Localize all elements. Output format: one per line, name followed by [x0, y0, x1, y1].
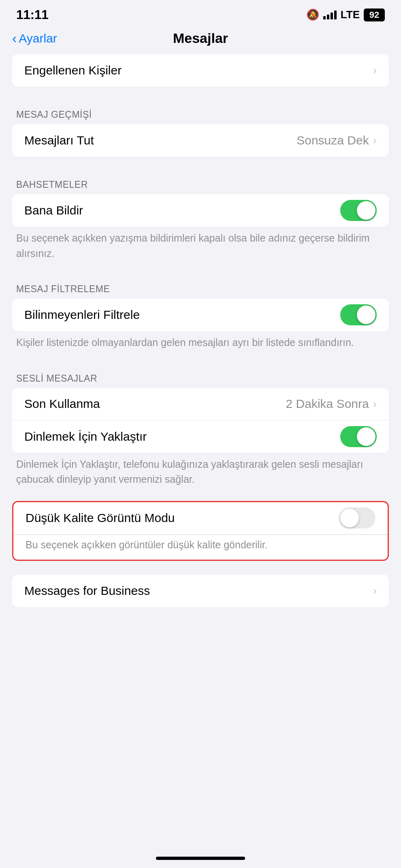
blocked-contacts-label: Engellenen Kişiler [24, 64, 122, 77]
mentions-card: Bana Bildir [12, 194, 389, 227]
voice-messages-section: SESLİ MESAJLAR Son Kullanma 2 Dakika Son… [0, 364, 401, 494]
notify-me-toggle-knob [357, 201, 375, 220]
expiration-label: Son Kullanma [24, 397, 100, 411]
message-filter-section: MESAJ FİLTRELEME Bilinmeyenleri Filtrele… [0, 275, 401, 358]
filter-unknowns-label: Bilinmeyenleri Filtrele [24, 308, 140, 322]
messages-for-business-label: Messages for Business [24, 584, 150, 598]
nav-bar: ‹ Ayarlar Mesajlar [0, 26, 401, 54]
low-quality-label: Düşük Kalite Görüntü Modu [26, 511, 175, 525]
expiration-chevron: › [373, 397, 377, 410]
bell-icon: 🔕 [306, 8, 319, 21]
low-quality-card: Düşük Kalite Görüntü Modu Bu seçenek açı… [12, 501, 389, 561]
low-quality-desc: Bu seçenek açıkken görüntüler düşük kali… [13, 535, 388, 560]
filter-unknowns-toggle[interactable] [340, 304, 377, 325]
notify-me-toggle[interactable] [340, 200, 377, 221]
keep-messages-label: Mesajları Tut [24, 134, 94, 147]
status-time: 11:11 [16, 7, 48, 22]
blocked-contacts-chevron: › [373, 64, 377, 77]
message-history-section: MESAJ GEÇMİŞİ Mesajları Tut Sonsuza Dek … [0, 100, 401, 157]
low-quality-toggle[interactable] [339, 507, 375, 528]
low-quality-row[interactable]: Düşük Kalite Görüntü Modu [13, 502, 388, 535]
message-filter-desc: Kişiler listenizde olmayanlardan gelen m… [0, 331, 401, 358]
messages-for-business-chevron: › [373, 584, 377, 597]
voice-messages-section-label: SESLİ MESAJLAR [0, 364, 401, 388]
back-label[interactable]: Ayarlar [19, 32, 57, 45]
home-bar [156, 857, 245, 860]
message-history-section-label: MESAJ GEÇMİŞİ [0, 100, 401, 124]
raise-to-listen-label: Dinlemek İçin Yaklaştır [24, 430, 147, 444]
messages-for-business-card: Messages for Business › [12, 575, 389, 607]
back-button[interactable]: ‹ Ayarlar [12, 32, 57, 45]
signal-bar-2 [327, 15, 329, 19]
notify-me-row[interactable]: Bana Bildir [12, 194, 389, 227]
message-filter-section-label: MESAJ FİLTRELEME [0, 275, 401, 299]
page-title: Mesajlar [173, 30, 228, 46]
mentions-desc: Bu seçenek açıkken yazışma bildirimleri … [0, 227, 401, 268]
filter-unknowns-row[interactable]: Bilinmeyenleri Filtrele [12, 299, 389, 331]
message-history-card: Mesajları Tut Sonsuza Dek › [12, 124, 389, 157]
page-wrapper: 11:11 🔕 LTE 92 ‹ Ayarlar Mesajlar En [0, 0, 401, 868]
low-quality-toggle-knob [340, 509, 359, 527]
low-quality-section: Düşük Kalite Görüntü Modu Bu seçenek açı… [0, 501, 401, 561]
signal-bars [323, 11, 337, 19]
blocked-contacts-card: Engellenen Kişiler › [12, 54, 389, 87]
battery-indicator: 92 [364, 8, 385, 21]
back-chevron-icon: ‹ [12, 31, 17, 45]
notify-me-label: Bana Bildir [24, 204, 83, 217]
raise-to-listen-row[interactable]: Dinlemek İçin Yaklaştır [12, 420, 389, 453]
keep-messages-value: Sonsuza Dek › [296, 134, 377, 147]
lte-text: LTE [341, 8, 360, 21]
keep-messages-chevron: › [373, 134, 377, 147]
home-indicator [0, 845, 401, 868]
messages-for-business-row[interactable]: Messages for Business › [12, 575, 389, 607]
filter-unknowns-toggle-knob [357, 306, 375, 324]
signal-bar-1 [323, 16, 326, 19]
status-bar: 11:11 🔕 LTE 92 [0, 0, 401, 26]
mentions-section: BAHSETMELER Bana Bildir Bu seçenek açıkk… [0, 170, 401, 268]
signal-bar-4 [334, 11, 337, 19]
keep-messages-row[interactable]: Mesajları Tut Sonsuza Dek › [12, 124, 389, 157]
status-icons: 🔕 LTE 92 [306, 8, 385, 21]
signal-bar-3 [331, 13, 333, 19]
message-filter-card: Bilinmeyenleri Filtrele [12, 299, 389, 331]
content-area: Engellenen Kişiler › MESAJ GEÇMİŞİ Mesaj… [0, 54, 401, 845]
expiration-row[interactable]: Son Kullanma 2 Dakika Sonra › [12, 388, 389, 420]
expiration-value: 2 Dakika Sonra › [286, 397, 377, 411]
raise-to-listen-toggle[interactable] [340, 426, 377, 447]
blocked-contacts-row[interactable]: Engellenen Kişiler › [12, 54, 389, 87]
voice-messages-card: Son Kullanma 2 Dakika Sonra › Dinlemek İ… [12, 388, 389, 453]
mentions-section-label: BAHSETMELER [0, 170, 401, 194]
raise-to-listen-toggle-knob [357, 427, 375, 446]
voice-messages-desc: Dinlemek İçin Yaklaştır, telefonu kulağı… [0, 453, 401, 494]
